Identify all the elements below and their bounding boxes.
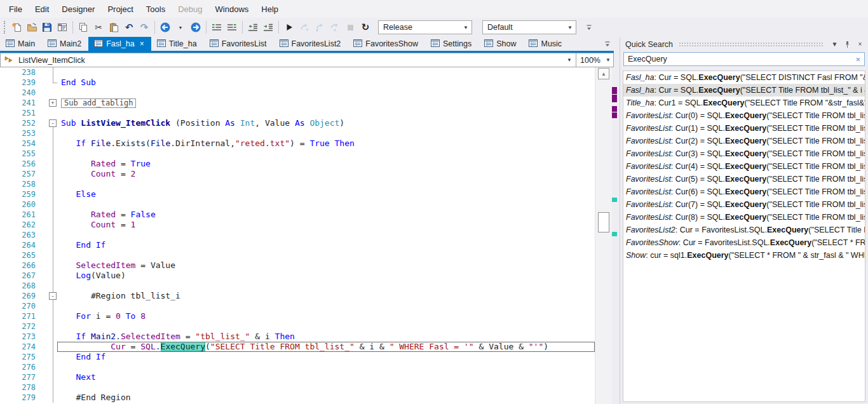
restart-icon[interactable]: ↻ [358, 20, 373, 35]
code-text[interactable]: For i = 0 To 8 [61, 311, 595, 321]
code-text[interactable] [61, 128, 595, 138]
code-line[interactable]: 254 If File.Exists(File.DirInternal,"ret… [0, 138, 595, 149]
code-text[interactable]: Cur = SQL.ExecQuery("SELECT Title FROM t… [57, 342, 595, 352]
redo-icon[interactable]: ↷ [137, 20, 152, 35]
code-line[interactable]: 270 [0, 301, 595, 311]
save-icon[interactable] [39, 20, 55, 35]
code-text[interactable]: If Main2.SelectedItem = "tbl_list_" & i … [61, 332, 595, 342]
code-line[interactable]: 261 Rated = False [0, 210, 595, 220]
code-text[interactable]: Sub add_tabligh [61, 98, 595, 108]
line-number[interactable]: 258 [0, 179, 42, 189]
line-number[interactable]: 265 [0, 250, 42, 260]
clear-search-icon[interactable]: × [855, 55, 860, 64]
line-number[interactable]: 241 [0, 98, 42, 108]
line-number[interactable]: 262 [0, 220, 42, 230]
code-text[interactable] [61, 67, 595, 77]
line-number[interactable]: 257 [0, 169, 42, 179]
line-number[interactable]: 276 [0, 362, 42, 372]
search-result-row[interactable]: FavoritesList: Cur(5) = SQL.ExecQuery("S… [623, 173, 865, 185]
editor-scrollbar[interactable]: ▲ [595, 67, 612, 404]
code-text[interactable] [61, 281, 595, 291]
line-number[interactable]: 271 [0, 311, 42, 321]
tab-fasl_ha[interactable]: Fasl_ha× [88, 37, 151, 51]
collapse-fold-icon[interactable]: - [49, 292, 57, 300]
modules-icon[interactable] [55, 20, 70, 35]
undo-icon[interactable]: ↶ [121, 20, 137, 35]
code-line[interactable]: 241+Sub add_tabligh [0, 98, 595, 108]
code-text[interactable]: #Region tbl_list_i [61, 291, 595, 301]
collapse-fold-icon[interactable]: - [49, 119, 57, 127]
search-result-row[interactable]: FavoritesList: Cur(8) = SQL.ExecQuery("S… [623, 211, 865, 224]
run-icon[interactable] [281, 20, 297, 35]
code-line[interactable]: 253 [0, 128, 595, 138]
code-text[interactable] [61, 382, 595, 393]
code-text[interactable]: Log(Value) [61, 271, 595, 281]
menu-item-project[interactable]: Project [101, 1, 139, 17]
line-number[interactable]: 273 [0, 332, 42, 342]
paste-icon[interactable] [106, 20, 121, 35]
navigate-back-icon[interactable] [158, 20, 173, 35]
search-result-row[interactable]: FavoritesList: Cur(1) = SQL.ExecQuery("S… [623, 122, 865, 135]
code-text[interactable] [61, 321, 595, 332]
code-text[interactable]: Count = 1 [61, 220, 595, 230]
code-line[interactable]: 262 Count = 1 [0, 220, 595, 230]
code-line[interactable]: 263 [0, 230, 595, 240]
tab-favoritesshow[interactable]: FavoritesShow [348, 37, 425, 51]
line-number[interactable]: 263 [0, 230, 42, 240]
code-line[interactable]: 265 [0, 250, 595, 260]
search-result-row[interactable]: FavoritesList: Cur(7) = SQL.ExecQuery("S… [623, 198, 865, 211]
menu-item-designer[interactable]: Designer [55, 1, 101, 17]
cut-icon[interactable]: ✂ [91, 20, 106, 35]
code-editor[interactable]: 238239End Sub240241+Sub add_tabligh25125… [0, 67, 595, 404]
pin-icon[interactable] [843, 41, 852, 48]
menu-item-help[interactable]: Help [255, 1, 285, 17]
line-number[interactable]: 274 [0, 342, 42, 352]
code-line[interactable]: 278 [0, 382, 595, 393]
code-line[interactable]: 240 [0, 88, 595, 98]
line-number[interactable]: 268 [0, 281, 42, 291]
copy-icon[interactable] [76, 20, 91, 35]
tab-main2[interactable]: Main2 [42, 37, 88, 51]
search-result-row[interactable]: FavoritesList: Cur(3) = SQL.ExecQuery("S… [623, 147, 865, 160]
code-line[interactable]: 259 Else [0, 189, 595, 199]
code-text[interactable]: #End Region [61, 393, 595, 403]
line-number[interactable]: 238 [0, 67, 42, 77]
line-number[interactable]: 260 [0, 199, 42, 210]
uncomment-icon[interactable] [224, 20, 240, 35]
search-input[interactable] [628, 55, 855, 64]
search-result-row[interactable]: Fasl_ha: Cur = SQL.ExecQuery("SELECT DIS… [623, 71, 865, 84]
code-text[interactable]: Count = 2 [61, 169, 595, 179]
search-result-row[interactable]: FavoritesList: Cur(0) = SQL.ExecQuery("S… [623, 109, 865, 122]
layout-variant-select[interactable]: Default▼ [482, 20, 576, 34]
code-line[interactable]: 271 For i = 0 To 8 [0, 311, 595, 321]
code-line[interactable]: 252-Sub ListView_ItemClick (Position As … [0, 118, 595, 128]
indent-icon[interactable] [261, 20, 276, 35]
search-result-row[interactable]: Title_ha: Cur1 = SQL.ExecQuery("SELECT T… [623, 97, 865, 109]
window-position-icon[interactable]: ▼ [830, 41, 839, 48]
menu-item-file[interactable]: File [3, 1, 29, 17]
method-dropdown[interactable]: ListView_ItemClick ▼ [1, 53, 576, 67]
code-line[interactable]: 264 End If [0, 240, 595, 250]
line-number[interactable]: 239 [0, 77, 42, 88]
code-text[interactable]: Rated = False [61, 210, 595, 220]
code-line[interactable]: 269- #Region tbl_list_i [0, 291, 595, 301]
tab-show[interactable]: Show [478, 37, 523, 51]
line-number[interactable]: 251 [0, 108, 42, 118]
code-line[interactable]: 239End Sub [0, 77, 595, 88]
code-text[interactable]: Sub ListView_ItemClick (Position As Int,… [61, 118, 595, 128]
code-text[interactable]: SelectedItem = Value [61, 260, 595, 271]
code-line-current[interactable]: 274 Cur = SQL.ExecQuery("SELECT Title FR… [0, 342, 595, 352]
code-line[interactable]: 257 Count = 2 [0, 169, 595, 179]
line-number[interactable]: 252 [0, 118, 42, 128]
close-tab-icon[interactable]: × [140, 40, 144, 48]
code-text[interactable]: End If [61, 352, 595, 362]
search-result-row[interactable]: Show: cur = sql1.ExecQuery("SELECT * FRO… [623, 249, 865, 262]
toolbar-overflow-icon[interactable] [581, 20, 597, 35]
zoom-dropdown[interactable]: 100% ▼ [576, 53, 613, 67]
line-number[interactable]: 269 [0, 291, 42, 301]
code-text[interactable]: End If [61, 240, 595, 250]
code-line[interactable]: 279 #End Region [0, 393, 595, 403]
line-number[interactable]: 256 [0, 159, 42, 169]
scrollbar-thumb[interactable] [598, 212, 609, 232]
code-text[interactable] [61, 88, 595, 98]
